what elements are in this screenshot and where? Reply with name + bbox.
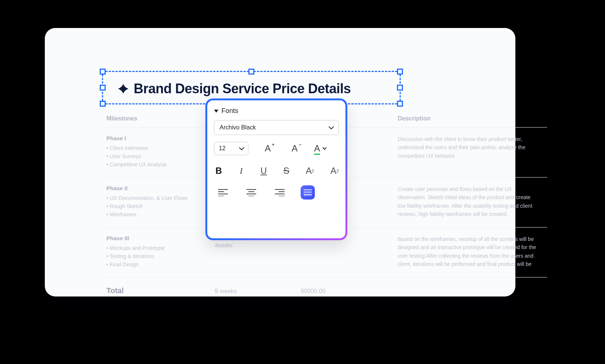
font-family-select[interactable]: Archivo Black	[214, 120, 339, 135]
total-label: Total	[106, 286, 215, 295]
bullet-item: • Competitive UX Analysis	[106, 161, 215, 167]
col-milestones: Milestones	[106, 115, 215, 122]
bullet-item: • Testing & Iterations	[106, 253, 215, 259]
text-color-button[interactable]: A	[314, 141, 320, 156]
sparkle-icon	[118, 84, 128, 94]
table-footer: Total 9 weeks 80000.00	[103, 277, 547, 299]
page-title[interactable]: Brand Design Service Price Details	[134, 81, 351, 97]
font-size-value: 12	[219, 145, 226, 152]
increase-font-button[interactable]: A+	[260, 141, 275, 156]
italic-button[interactable]: I	[238, 163, 244, 178]
bullet-item: • Rough Sketch	[106, 203, 215, 209]
chevron-down-icon	[329, 124, 334, 129]
font-size-select[interactable]: 12	[214, 142, 248, 155]
chevron-down-icon[interactable]	[322, 145, 326, 150]
subscript-button[interactable]: A2	[331, 163, 339, 178]
panel-title: Fonts	[221, 107, 238, 115]
bold-button[interactable]: B	[215, 163, 222, 178]
description-text: Discussion with the client to know their…	[398, 135, 540, 160]
resize-handle[interactable]	[397, 101, 403, 107]
bullet-item: • Final Design	[106, 261, 215, 267]
phase-label: Phase I	[106, 135, 215, 141]
phase-label: Phase II	[106, 185, 215, 191]
align-center-button[interactable]	[244, 185, 259, 200]
resize-handle[interactable]	[100, 85, 106, 91]
resize-handle[interactable]	[397, 69, 403, 75]
align-justify-button[interactable]	[301, 185, 315, 200]
bullet-item: • Wireframes	[106, 211, 215, 217]
superscript-button[interactable]: A2	[306, 163, 314, 178]
resize-handle[interactable]	[248, 69, 254, 75]
description-text: Based on the wireframes, mockup of all t…	[398, 235, 540, 269]
total-time: 9 weeks	[215, 286, 301, 295]
strikethrough-button[interactable]: S	[283, 163, 289, 178]
col-description: Description	[398, 115, 543, 122]
bullet-item: • Client Interviews	[106, 145, 215, 151]
panel-header[interactable]: Fonts	[214, 107, 339, 115]
resize-handle[interactable]	[100, 101, 106, 107]
phase-label: Phase III	[106, 235, 215, 241]
decrease-font-button[interactable]: A−	[287, 141, 302, 156]
description-text: Create user personas and flows based on …	[398, 185, 540, 219]
bullet-item: • Mockups and Prototype	[106, 245, 215, 251]
total-cost: 80000.00	[301, 286, 398, 295]
underline-button[interactable]: U	[260, 163, 267, 178]
resize-handle[interactable]	[397, 85, 403, 91]
bullet-item: • User Surveys	[106, 153, 215, 159]
font-family-value: Archivo Black	[220, 124, 256, 131]
fonts-panel[interactable]: Fonts Archivo Black 12 A+ A− A	[205, 98, 347, 240]
chevron-down-icon	[239, 145, 244, 150]
resize-handle[interactable]	[100, 69, 106, 75]
collapse-icon	[214, 110, 218, 113]
align-left-button[interactable]	[215, 185, 230, 200]
align-right-button[interactable]	[272, 185, 287, 200]
bullet-item: • UX Documentation, & User Flows	[106, 195, 215, 201]
